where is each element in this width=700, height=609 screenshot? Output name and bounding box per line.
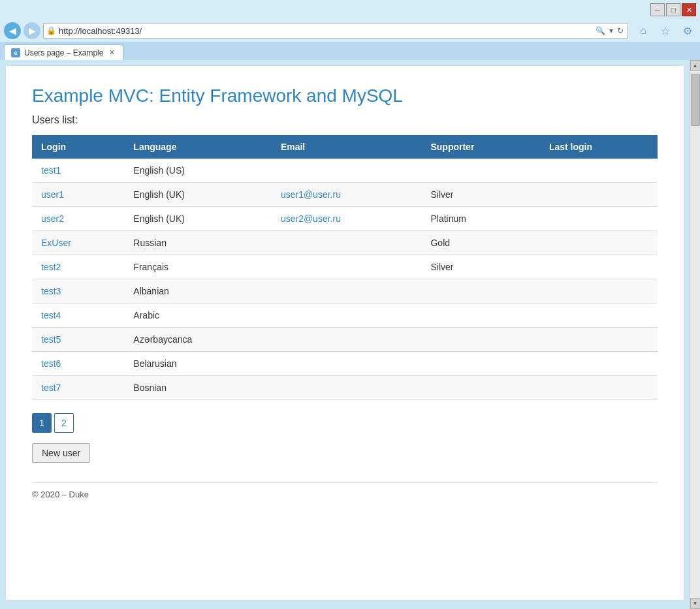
user-link[interactable]: user2	[41, 213, 64, 224]
col-language: Language	[124, 135, 272, 159]
cell-last-login	[540, 328, 658, 352]
email-link[interactable]: user1@user.ru	[281, 189, 341, 200]
cell-supporter	[421, 328, 539, 352]
address-bar: 🔒 🔍 ▾ ↻	[43, 23, 628, 39]
user-link[interactable]: test6	[41, 358, 61, 369]
cell-last-login	[540, 352, 658, 376]
active-tab[interactable]: e Users page – Example ✕	[4, 44, 123, 60]
table-body: test1English (US)user1English (UK)user1@…	[32, 159, 658, 400]
favorites-button[interactable]: ☆	[657, 22, 674, 39]
table-row: test5Azərbaycanca	[32, 328, 658, 352]
table-row: test1English (US)	[32, 159, 658, 183]
cell-email	[272, 159, 422, 183]
cell-last-login	[540, 304, 658, 328]
user-link[interactable]: test5	[41, 334, 61, 345]
cell-last-login	[540, 279, 658, 304]
table-row: test2FrançaisSilver	[32, 255, 658, 279]
page-main: Example MVC: Entity Framework and MySQL …	[0, 60, 690, 609]
page-content: Example MVC: Entity Framework and MySQL …	[5, 65, 684, 601]
cell-email	[272, 279, 422, 304]
cell-login: test1	[32, 159, 124, 183]
search-button[interactable]: 🔍	[594, 26, 607, 35]
close-button[interactable]: ✕	[682, 3, 696, 16]
tab-bar: e Users page – Example ✕	[0, 42, 700, 60]
cell-email	[272, 352, 422, 376]
cell-last-login	[540, 231, 658, 255]
nav-bar: ◀ ▶ 🔒 🔍 ▾ ↻ ⌂ ☆ ⚙	[0, 20, 700, 42]
window-controls: ─ □ ✕	[650, 3, 696, 16]
dropdown-button[interactable]: ▾	[608, 26, 614, 35]
scroll-track[interactable]	[690, 71, 700, 598]
cell-language: Albanian	[124, 279, 272, 304]
scroll-up-arrow[interactable]: ▲	[690, 60, 701, 71]
cell-language: Azərbaycanca	[124, 328, 272, 352]
maximize-button[interactable]: □	[666, 3, 680, 16]
cell-login: ExUser	[32, 231, 124, 255]
table-header-row: Login Language Email Supporter Last logi…	[32, 135, 658, 159]
settings-button[interactable]: ⚙	[679, 22, 696, 39]
cell-login: test2	[32, 255, 124, 279]
user-link[interactable]: user1	[41, 189, 64, 200]
cell-supporter: Gold	[421, 231, 539, 255]
cell-supporter	[421, 279, 539, 304]
pagination: 1 2	[32, 413, 658, 433]
cell-language: Russian	[124, 231, 272, 255]
scroll-thumb[interactable]	[691, 74, 700, 126]
user-link[interactable]: test7	[41, 383, 61, 393]
page-2-button[interactable]: 2	[54, 413, 74, 433]
cell-email	[272, 231, 422, 255]
cell-language: Bosnian	[124, 376, 272, 400]
cell-login: test5	[32, 328, 124, 352]
tab-favicon: e	[11, 48, 20, 57]
cell-login: test3	[32, 279, 124, 304]
back-button[interactable]: ◀	[4, 22, 21, 39]
tab-close-button[interactable]: ✕	[107, 48, 116, 57]
section-label: Users list:	[32, 114, 658, 126]
title-bar: ─ □ ✕	[0, 0, 700, 20]
cell-login: user2	[32, 207, 124, 231]
minimize-button[interactable]: ─	[650, 3, 665, 16]
cell-supporter: Platinum	[421, 207, 539, 231]
table-row: ExUserRussianGold	[32, 231, 658, 255]
cell-login: test4	[32, 304, 124, 328]
cell-language: English (UK)	[124, 207, 272, 231]
table-header: Login Language Email Supporter Last logi…	[32, 135, 658, 159]
address-actions: 🔍 ▾ ↻	[594, 26, 625, 35]
table-row: user1English (UK)user1@user.ruSilver	[32, 183, 658, 207]
cell-login: test6	[32, 352, 124, 376]
refresh-button[interactable]: ↻	[616, 26, 625, 35]
user-link[interactable]: test2	[41, 262, 61, 272]
forward-button[interactable]: ▶	[24, 22, 40, 39]
email-link[interactable]: user2@user.ru	[281, 213, 341, 224]
cell-language: Français	[124, 255, 272, 279]
user-link[interactable]: test4	[41, 310, 61, 320]
cell-email: user1@user.ru	[272, 183, 422, 207]
user-link[interactable]: ExUser	[41, 238, 71, 248]
user-link[interactable]: test1	[41, 165, 61, 176]
home-button[interactable]: ⌂	[635, 22, 652, 39]
url-input[interactable]	[59, 26, 592, 36]
scrollbar[interactable]: ▲ ▼	[690, 60, 700, 609]
cell-email	[272, 376, 422, 400]
page-1-button[interactable]: 1	[32, 413, 52, 433]
browser-window: ─ □ ✕ ◀ ▶ 🔒 🔍 ▾ ↻ ⌂ ☆ ⚙	[0, 0, 700, 609]
cell-email	[272, 255, 422, 279]
toolbar-icons: ⌂ ☆ ⚙	[635, 22, 696, 39]
col-email: Email	[272, 135, 422, 159]
table-row: user2English (UK)user2@user.ruPlatinum	[32, 207, 658, 231]
cell-supporter	[421, 352, 539, 376]
cell-last-login	[540, 255, 658, 279]
table-row: test4Arabic	[32, 304, 658, 328]
user-link[interactable]: test3	[41, 286, 61, 296]
footer-text: © 2020 – Duke	[32, 490, 89, 499]
table-row: test6Belarusian	[32, 352, 658, 376]
new-user-button[interactable]: New user	[32, 443, 90, 463]
scroll-down-arrow[interactable]: ▼	[690, 598, 701, 609]
tab-label: Users page – Example	[24, 48, 103, 57]
cell-last-login	[540, 376, 658, 400]
footer: © 2020 – Duke	[32, 482, 658, 499]
table-row: test3Albanian	[32, 279, 658, 304]
cell-last-login	[540, 183, 658, 207]
cell-language: English (US)	[124, 159, 272, 183]
cell-supporter	[421, 159, 539, 183]
